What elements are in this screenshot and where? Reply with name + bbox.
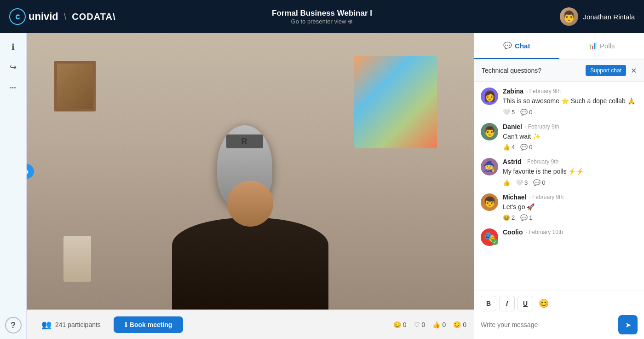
chat-message-zabina: 👩 Zabina · February 9th This is so aweso… [481,88,638,116]
michael-message-content: Michael · February 9th Let's go 🚀 😆 2 💬 … [503,193,638,222]
send-button[interactable]: ➤ [618,315,638,334]
daniel-thumbsup-reaction[interactable]: 👍 4 [503,144,515,151]
laugh-count: 2 [512,214,515,221]
chat-tab[interactable]: 💬 Chat [474,33,559,59]
logo-icon: ᴄ [9,8,26,25]
chat-messages: 👩 Zabina · February 9th This is so aweso… [474,82,644,291]
astrid-text: My favorite is the polls ⚡⚡ [503,167,638,176]
astrid-heart-reaction[interactable]: 🤍 3 [516,179,528,186]
astrid-thumbsup-reaction[interactable]: 👍 [503,179,510,186]
zabina-avatar: 👩 [481,88,498,105]
astrid-reactions: 👍 🤍 3 💬 0 [503,179,638,186]
comment-count: 0 [542,179,545,186]
astrid-comment-reaction[interactable]: 💬 0 [533,179,545,186]
zabina-heart-reaction[interactable]: 🤍 5 [503,109,515,116]
presenter-link-icon: ⊕ [348,18,353,25]
polls-tab-label: Polls [600,42,615,50]
chat-tab-label: Chat [515,42,530,50]
emoji-icon: 😊 [393,321,401,328]
right-panel: 💬 Chat 📊 Polls Technical questions? Supp… [474,33,644,339]
thumbsup-icon: 👍 [432,321,440,328]
heart-count: 5 [512,109,515,116]
italic-button[interactable]: I [499,296,515,311]
app-header: ᴄ univid \ CODATA\ Formal Business Webin… [0,0,644,33]
michael-reactions: 😆 2 💬 1 [503,214,638,221]
laugh-icon: 😆 [503,214,510,221]
reaction-counts: 😊 0 ♡ 0 👍 0 😔 0 [393,321,466,328]
chat-toolbar: B I U 😊 [481,296,638,311]
book-meeting-button[interactable]: ℹ Book meeting [114,316,184,333]
video-bottom-bar: 👥 241 participants ℹ Book meeting 😊 0 ♡ … [27,310,474,339]
participants-button[interactable]: 👥 241 participants [34,316,108,333]
daniel-reactions: 👍 4 💬 0 [503,144,638,151]
daniel-comment-reaction[interactable]: 💬 0 [520,144,532,151]
sad-icon: 😔 [453,321,461,328]
chat-tab-icon: 💬 [503,41,512,50]
tech-questions-label: Technical questions? [482,67,541,74]
zabina-time: · February 9th [526,88,561,94]
astrid-message-content: Astrid · February 9th My favorite is the… [503,158,638,186]
chat-message-astrid: 🧙 Astrid · February 9th My favorite is t… [481,158,638,186]
comment-count: 0 [529,109,532,116]
heart-count: 3 [524,179,528,186]
book-meeting-icon: ℹ [125,321,127,328]
heart-icon: ♡ [414,321,420,328]
info-icon[interactable]: ℹ [5,39,22,55]
support-chat-button[interactable]: Support chat [586,65,626,76]
bold-button[interactable]: B [481,296,496,311]
zabina-text: This is so awesome ⭐ Such a dope collab … [503,97,638,106]
header-center: Formal Business Webinar I Go to presente… [272,9,372,25]
zabina-name: Zabina [503,88,523,95]
astrid-name: Astrid [503,158,521,165]
more-icon[interactable]: ••• [5,79,22,96]
daniel-name: Daniel [503,123,522,130]
user-avatar[interactable]: 👨 [560,7,578,26]
michael-text: Let's go 🚀 [503,203,638,212]
michael-comment-reaction[interactable]: 💬 1 [520,214,532,221]
heart-reaction-count[interactable]: ♡ 0 [414,321,426,328]
close-banner-button[interactable]: ✕ [631,66,637,75]
daniel-avatar: 👨 [481,123,498,140]
coolio-avatar-wrap: 🎭 ✓ [481,228,498,246]
coolio-name: Coolio [503,228,523,236]
zabina-comment-reaction[interactable]: 💬 0 [520,109,532,116]
astrid-avatar: 🧙 [481,158,498,175]
zabina-message-content: Zabina · February 9th This is so awesome… [503,88,638,116]
sad-reaction-count[interactable]: 😔 0 [453,321,466,328]
header-left: ᴄ univid \ CODATA\ [9,8,115,25]
michael-time: · February 9th [529,194,564,200]
comment-icon: 💬 [533,179,540,186]
send-icon: ➤ [625,321,631,329]
participants-count: 241 participants [55,321,101,328]
left-sidebar: ℹ ↪ ••• ? [0,33,27,339]
chat-message-input[interactable] [481,321,615,328]
michael-laugh-reaction[interactable]: 😆 2 [503,214,515,221]
comment-icon: 💬 [520,214,528,221]
presenter-link[interactable]: Go to presenter view ⊕ [272,18,372,25]
univid-logo: ᴄ univid [9,8,58,25]
thumbsup-icon: 👍 [503,144,510,151]
video-section: R ❯ 👥 241 participants ℹ Book [27,33,474,339]
emoji-reaction-count[interactable]: 😊 0 [393,321,407,328]
michael-name: Michael [503,193,526,201]
daniel-time: · February 9th [525,123,559,130]
chat-input-area: B I U 😊 ➤ [474,291,644,339]
coolio-verified-badge: ✓ [492,239,498,245]
emoji-picker-button[interactable]: 😊 [536,296,552,311]
zabina-reactions: 🤍 5 💬 0 [503,109,638,116]
thumbsup-count: 4 [512,144,515,151]
astrid-time: · February 9th [524,158,558,165]
partner-logo: CODATA\ [72,12,115,22]
comment-icon: 💬 [520,109,528,116]
chat-message-daniel: 👨 Daniel · February 9th Can't wait ✨ 👍 4 [481,123,638,151]
share-icon[interactable]: ↪ [5,59,22,76]
michael-msg-header: Michael · February 9th [503,193,638,201]
chat-message-michael: 👦 Michael · February 9th Let's go 🚀 😆 2 [481,193,638,222]
polls-tab[interactable]: 📊 Polls [559,33,644,59]
thumbsup-reaction-count[interactable]: 👍 0 [432,321,446,328]
video-container: R ❯ [27,33,474,310]
panel-tabs: 💬 Chat 📊 Polls [474,33,644,59]
header-right: 👨 Jonathan Rintala [560,7,635,26]
underline-button[interactable]: U [518,296,533,311]
help-icon[interactable]: ? [5,317,22,333]
